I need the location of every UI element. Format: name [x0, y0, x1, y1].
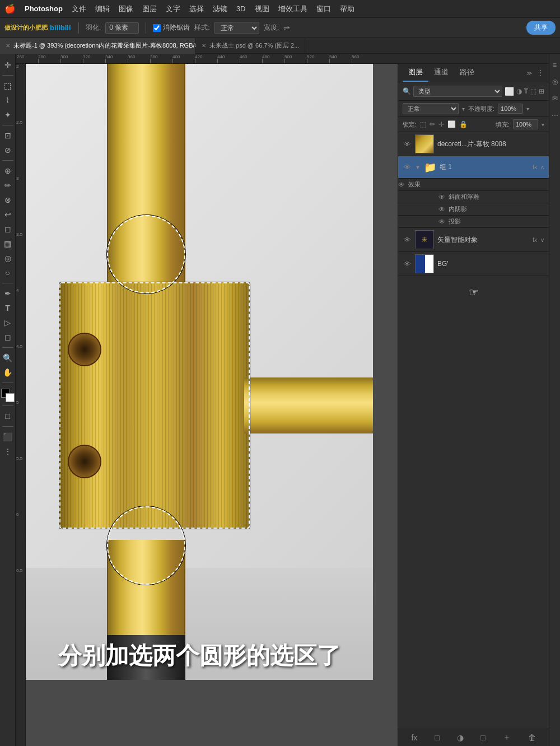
filter-shape-icon[interactable]: ⬚	[530, 87, 536, 95]
menu-plugins[interactable]: 增效工具	[278, 4, 307, 14]
antialias-option[interactable]: 消除锯齿	[153, 23, 190, 32]
menu-edit[interactable]: 编辑	[95, 4, 110, 14]
tab-1-close[interactable]: ✕	[6, 43, 10, 49]
fill-arrow[interactable]: ▾	[542, 122, 544, 128]
filter-smart-icon[interactable]: ⊞	[539, 87, 544, 95]
opacity-chevron[interactable]: ▾	[462, 106, 465, 112]
layer-3-arrow[interactable]: ∨	[540, 237, 544, 243]
opacity-input[interactable]	[498, 104, 523, 114]
transfer-icon[interactable]: ⇌	[283, 24, 290, 32]
share-button[interactable]: 共享	[526, 21, 556, 35]
background-color[interactable]	[6, 393, 15, 402]
menu-window[interactable]: 窗口	[316, 4, 331, 14]
lock-all-icon[interactable]: 🔒	[459, 120, 468, 128]
crop-tool[interactable]: ⊡	[1, 129, 15, 142]
menu-3d[interactable]: 3D	[236, 4, 246, 13]
filter-adjust-icon[interactable]: ◑	[516, 87, 522, 95]
filter-text-icon[interactable]: T	[524, 87, 528, 95]
add-layer-button[interactable]: ＋	[503, 733, 511, 743]
right-icon-4[interactable]: ⋯	[548, 109, 561, 122]
lasso-tool[interactable]: ⌇	[1, 94, 15, 107]
apple-menu[interactable]: 🍎	[4, 3, 16, 14]
bevel-eye[interactable]: 👁	[438, 193, 445, 201]
effect-inner-shadow[interactable]: 👁 内阴影	[398, 203, 549, 216]
layer-1-visibility[interactable]: 👁	[403, 140, 412, 148]
tab-layers[interactable]: 图层	[403, 64, 428, 82]
layer-group1[interactable]: 👁 ▼ 📁 组 1 fx ∧	[398, 156, 549, 179]
menu-image[interactable]: 图像	[119, 4, 133, 14]
menu-filter[interactable]: 滤镜	[213, 4, 227, 14]
layer-bg[interactable]: 👁 BG'	[398, 252, 549, 276]
menu-file[interactable]: 文件	[72, 4, 86, 14]
quick-mask-tool[interactable]: □	[1, 409, 15, 423]
extra-tools[interactable]: ⋮	[1, 445, 15, 458]
marquee-tool[interactable]: ⬚	[1, 79, 15, 92]
zoom-tool[interactable]: 🔍	[1, 351, 15, 365]
heal-tool[interactable]: ⊕	[1, 164, 15, 178]
tab-paths[interactable]: 路径	[454, 64, 480, 82]
add-style-button[interactable]: fx	[411, 733, 417, 742]
right-icon-3[interactable]: ✉	[548, 92, 561, 105]
effects-eye[interactable]: 👁	[398, 181, 405, 189]
magic-wand-tool[interactable]: ✦	[1, 108, 15, 122]
tab-channels[interactable]: 通道	[428, 64, 454, 82]
tab-2-close[interactable]: ✕	[202, 43, 206, 49]
filter-type-select[interactable]: 类型	[413, 86, 502, 97]
delete-layer-button[interactable]: 🗑	[528, 733, 536, 742]
move-tool[interactable]: ✛	[1, 58, 15, 72]
feather-input[interactable]	[105, 22, 139, 34]
menu-view[interactable]: 视图	[255, 4, 269, 14]
brush-tool[interactable]: ✏	[1, 179, 15, 192]
layer-4-visibility[interactable]: 👁	[403, 260, 412, 268]
antialias-checkbox[interactable]	[153, 24, 161, 32]
dodge-tool[interactable]: ○	[1, 266, 15, 279]
filter-pixel-icon[interactable]: ⬜	[505, 87, 514, 96]
right-icon-1[interactable]: ≡	[548, 58, 561, 72]
menu-help[interactable]: 帮助	[340, 4, 354, 14]
path-select-tool[interactable]: ▷	[1, 316, 15, 329]
add-adjustment-button[interactable]: ◑	[457, 733, 464, 742]
pen-tool[interactable]: ✒	[1, 287, 15, 300]
shape-tool[interactable]: ◻	[1, 330, 15, 344]
menu-text[interactable]: 文字	[166, 4, 180, 14]
fill-input[interactable]	[513, 119, 538, 129]
effect-drop-shadow[interactable]: 👁 投影	[398, 216, 549, 228]
opacity-arrow[interactable]: ▾	[526, 106, 529, 112]
lock-artboard-icon[interactable]: ⬜	[447, 120, 456, 128]
blur-tool[interactable]: ◎	[1, 251, 15, 265]
color-picker[interactable]	[1, 389, 15, 402]
layer-3-visibility[interactable]: 👁	[403, 236, 412, 244]
effect-group-header[interactable]: 👁 效果	[398, 179, 549, 191]
blend-mode-select[interactable]: 正常 溶解 正片叠底	[403, 103, 459, 114]
menu-select[interactable]: 选择	[189, 4, 204, 14]
lock-transparent-icon[interactable]: ⬚	[420, 120, 426, 128]
layer-decoretion[interactable]: 👁 decoreti...片-幕牧 8008	[398, 132, 549, 156]
inner-shadow-eye[interactable]: 👁	[438, 206, 445, 213]
layer-3-fx[interactable]: fx	[533, 237, 537, 243]
lock-paint-icon[interactable]: ✏	[430, 120, 435, 128]
history-brush[interactable]: ↩	[1, 208, 15, 221]
tab-1[interactable]: ✕ 未标题-1 @ 393% (decoretionn内的花瓣采集图片-幕牧80…	[0, 38, 196, 54]
layer-2-fx[interactable]: fx	[533, 164, 537, 170]
right-icon-2[interactable]: ◎	[548, 75, 561, 88]
tab-2[interactable]: ✕ 未来战士.psd @ 66.7% (图层 2...	[196, 38, 305, 54]
add-mask-button[interactable]: □	[435, 733, 439, 742]
effect-bevel[interactable]: 👁 斜面和浮雕	[398, 191, 549, 203]
layer-2-visibility[interactable]: 👁	[403, 163, 412, 171]
menu-layer[interactable]: 图层	[142, 4, 157, 14]
hand-tool[interactable]: ✋	[1, 366, 15, 379]
eraser-tool[interactable]: ◻	[1, 222, 15, 236]
lock-position-icon[interactable]: ✛	[438, 120, 444, 128]
screen-mode[interactable]: ⬛	[1, 430, 15, 444]
style-select[interactable]: 正常 固定比例 固定大小	[214, 22, 259, 34]
layer-smart-object[interactable]: 👁 未 矢量智能对象 fx ∨	[398, 228, 549, 252]
panel-menu[interactable]: ⋮	[536, 68, 544, 77]
eyedropper-tool[interactable]: ⊘	[1, 143, 15, 157]
layer-2-arrow[interactable]: ∧	[540, 164, 544, 170]
text-tool[interactable]: T	[1, 301, 15, 315]
add-group-button[interactable]: □	[480, 733, 485, 742]
drop-shadow-eye[interactable]: 👁	[438, 218, 445, 226]
clone-tool[interactable]: ⊗	[1, 193, 15, 207]
group-expand-icon[interactable]: ▼	[415, 164, 421, 170]
panel-chevron[interactable]: ≫	[526, 70, 532, 76]
